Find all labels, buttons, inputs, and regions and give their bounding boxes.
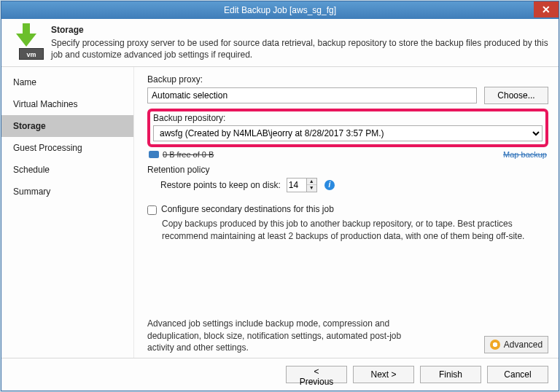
secondary-destinations-row: Configure secondary destinations for thi… — [147, 204, 548, 215]
restore-points-input[interactable] — [287, 179, 306, 192]
close-button[interactable]: ✕ — [534, 1, 559, 17]
secondary-destinations-checkbox[interactable] — [147, 205, 157, 215]
sidebar-item-schedule[interactable]: Schedule — [1, 159, 133, 181]
page-title: Storage — [51, 25, 551, 35]
dialog-footer: < Previous Next > Finish Cancel — [1, 358, 559, 391]
sidebar-item-name[interactable]: Name — [1, 71, 133, 93]
titlebar: Edit Backup Job [aws_sg_fg] ✕ — [1, 1, 559, 19]
sidebar-item-virtual-machines[interactable]: Virtual Machines — [1, 93, 133, 115]
vm-badge-icon: vm — [19, 48, 44, 60]
info-icon[interactable]: i — [324, 180, 335, 190]
free-space-text: 0 B free of 0 B — [149, 150, 214, 159]
restore-points-label: Restore points to keep on disk: — [160, 180, 281, 190]
backup-proxy-label: Backup proxy: — [147, 74, 548, 85]
backup-proxy-row: Choose... — [147, 87, 548, 104]
previous-button[interactable]: < Previous — [286, 366, 347, 383]
map-backup-link[interactable]: Map backup — [503, 150, 547, 159]
sidebar-item-summary[interactable]: Summary — [1, 181, 133, 203]
window-title: Edit Backup Job [aws_sg_fg] — [224, 5, 336, 15]
backup-repository-label: Backup repository: — [153, 113, 542, 123]
spinner-down-icon[interactable]: ▼ — [307, 185, 316, 192]
restore-points-spinner[interactable]: ▲ ▼ — [287, 178, 317, 192]
cancel-button[interactable]: Cancel — [487, 366, 548, 383]
header-text: Storage Specify processing proxy server … — [51, 23, 551, 60]
dialog-body: Name Virtual Machines Storage Guest Proc… — [1, 67, 559, 358]
sidebar-item-storage[interactable]: Storage — [1, 115, 133, 137]
finish-button[interactable]: Finish — [420, 366, 481, 383]
backup-repository-select[interactable]: awsfg (Created by N4MLAB\jeorry at 8/28/… — [153, 125, 542, 141]
page-description: Specify processing proxy server to be us… — [51, 37, 551, 60]
wizard-sidebar: Name Virtual Machines Storage Guest Proc… — [1, 67, 134, 358]
main-panel: Backup proxy: Choose... Backup repositor… — [134, 67, 559, 358]
restore-points-row: Restore points to keep on disk: ▲ ▼ i — [160, 178, 548, 192]
gear-icon — [490, 340, 500, 350]
advanced-area: Advanced job settings include backup mod… — [147, 309, 548, 353]
storage-icon: vm — [9, 23, 44, 58]
advanced-description: Advanced job settings include backup mod… — [147, 318, 424, 353]
secondary-destinations-desc: Copy backups produced by this job to ano… — [162, 218, 548, 241]
advanced-button-label: Advanced — [504, 340, 542, 350]
spinner-up-icon[interactable]: ▲ — [307, 179, 316, 185]
secondary-destinations-label: Configure secondary destinations for thi… — [161, 204, 334, 214]
choose-button[interactable]: Choose... — [484, 87, 548, 104]
page-header: vm Storage Specify processing proxy serv… — [1, 19, 559, 67]
backup-proxy-input[interactable] — [147, 87, 477, 103]
repository-status-row: 0 B free of 0 B Map backup — [149, 150, 547, 159]
disk-icon — [149, 151, 159, 158]
dialog-window: Edit Backup Job [aws_sg_fg] ✕ vm Storage… — [1, 1, 559, 391]
advanced-button[interactable]: Advanced — [484, 336, 548, 353]
sidebar-item-guest-processing[interactable]: Guest Processing — [1, 137, 133, 159]
retention-policy-label: Retention policy — [147, 165, 548, 175]
repository-highlight: Backup repository: awsfg (Created by N4M… — [147, 109, 548, 147]
next-button[interactable]: Next > — [353, 366, 414, 383]
